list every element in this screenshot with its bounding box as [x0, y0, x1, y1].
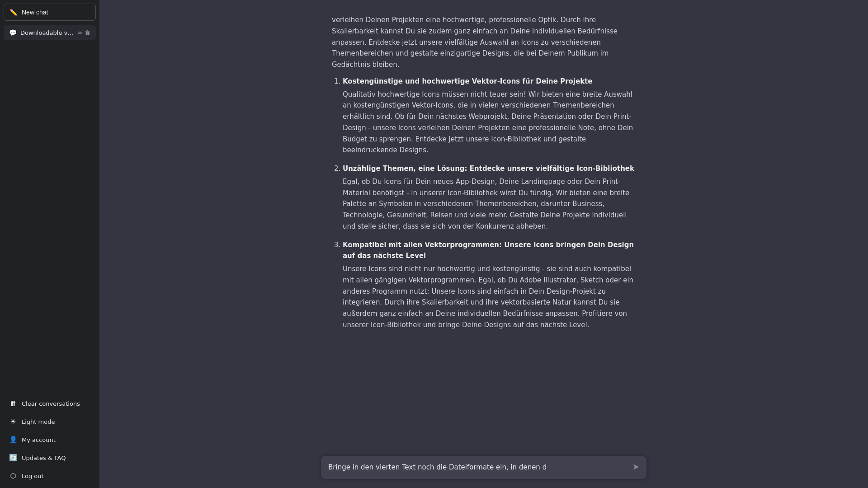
delete-icon[interactable]: 🗑 — [85, 29, 90, 36]
clear-label: Clear conversations — [22, 400, 80, 407]
chat-messages: verleihen Deinen Projekten eine hochwert… — [99, 0, 868, 450]
input-wrapper: ➤ — [321, 456, 646, 479]
edit-icon[interactable]: ✏ — [78, 29, 83, 36]
history-item-label: Downloadable vector ic — [20, 29, 74, 36]
sidebar-bottom: 🗑 Clear conversations ☀ Light mode 👤 My … — [4, 391, 96, 484]
light_mode-label: Light mode — [22, 418, 55, 425]
sidebar-bottom-item-light_mode[interactable]: ☀ Light mode — [4, 413, 96, 430]
clear-icon: 🗑 — [9, 399, 17, 408]
sidebar-bottom-item-updates[interactable]: 🔄 Updates & FAQ — [4, 449, 96, 466]
light_mode-icon: ☀ — [9, 418, 17, 426]
sidebar-bottom-item-my_account[interactable]: 👤 My account — [4, 431, 96, 448]
chat-input[interactable] — [321, 456, 646, 479]
history-item-downloadable-vector[interactable]: 💬 Downloadable vector ic ✏ 🗑 — [4, 25, 96, 40]
send-icon: ➤ — [632, 462, 639, 472]
updates-icon: 🔄 — [9, 454, 17, 462]
logout-label: Log out — [22, 473, 44, 479]
my_account-label: My account — [22, 436, 56, 443]
updates-label: Updates & FAQ — [22, 455, 66, 461]
logout-icon: ⬡ — [9, 472, 17, 480]
history-item-actions: ✏ 🗑 — [78, 29, 90, 36]
assistant-message: verleihen Deinen Projekten eine hochwert… — [321, 11, 646, 342]
plus-icon: ✏️ — [9, 9, 17, 16]
sidebar-bottom-item-clear[interactable]: 🗑 Clear conversations — [4, 395, 96, 412]
input-area: ➤ — [99, 450, 868, 488]
chat-history: 💬 Downloadable vector ic ✏ 🗑 — [4, 25, 96, 389]
chat-icon: 💬 — [9, 29, 17, 36]
new-chat-button[interactable]: ✏️ New chat — [4, 4, 96, 21]
sidebar: ✏️ New chat 💬 Downloadable vector ic ✏ 🗑… — [0, 0, 99, 488]
sidebar-bottom-item-logout[interactable]: ⬡ Log out — [4, 467, 96, 484]
send-button[interactable]: ➤ — [631, 460, 641, 474]
main-content: verleihen Deinen Projekten eine hochwert… — [99, 0, 868, 488]
new-chat-label: New chat — [22, 9, 48, 16]
my_account-icon: 👤 — [9, 436, 17, 444]
